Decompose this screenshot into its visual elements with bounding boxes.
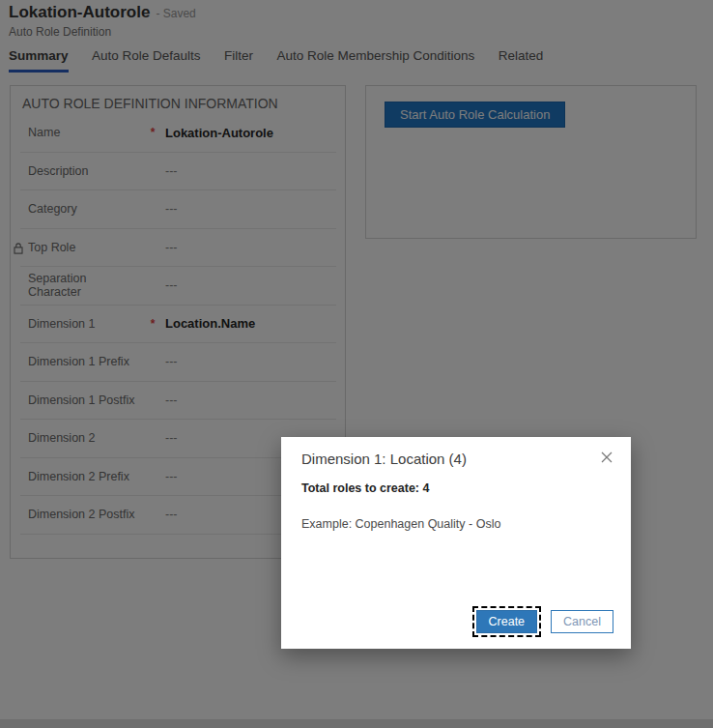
confirm-dialog: Dimension 1: Location (4) Total roles to… bbox=[281, 437, 631, 649]
dialog-title: Dimension 1: Location (4) bbox=[301, 451, 467, 467]
dialog-total-roles-text: Total roles to create: 4 bbox=[301, 481, 429, 495]
close-icon bbox=[601, 451, 613, 466]
dialog-example-text: Example: Copenhagen Quality - Oslo bbox=[301, 517, 500, 531]
close-button[interactable] bbox=[596, 447, 617, 468]
dialog-buttons: Create Cancel bbox=[476, 610, 613, 633]
create-button[interactable]: Create bbox=[476, 610, 538, 633]
cancel-button[interactable]: Cancel bbox=[551, 610, 613, 633]
